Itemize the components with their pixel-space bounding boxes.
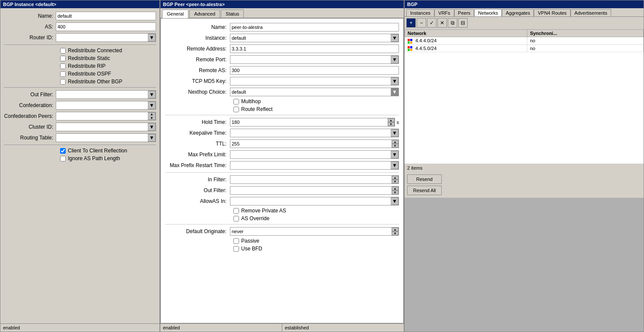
hold-time-up[interactable]: ▲ bbox=[388, 118, 395, 122]
remove-private-as-checkbox[interactable] bbox=[233, 208, 239, 214]
peer-name-input[interactable] bbox=[230, 23, 399, 32]
allowas-in-dropdown-arrow[interactable]: ▼ bbox=[391, 197, 399, 205]
redistribute-rip-checkbox[interactable] bbox=[60, 63, 66, 69]
tab-vpn4-routes[interactable]: VPN4 Routes bbox=[534, 9, 571, 16]
multihop-checkbox[interactable] bbox=[233, 99, 239, 104]
remote-port-dropdown-arrow[interactable]: ▼ bbox=[391, 56, 399, 63]
out-filter-dropdown-arrow[interactable]: ▼ bbox=[148, 91, 156, 98]
hold-time-input[interactable]: ▲ ▼ bbox=[230, 118, 395, 126]
in-filter-down[interactable]: ▼ bbox=[392, 180, 399, 183]
ttl-spinner[interactable]: ▲ ▼ bbox=[392, 140, 399, 148]
redistribute-connected-checkbox[interactable] bbox=[60, 48, 66, 54]
network-value: 4.4.5.0/24 bbox=[415, 46, 437, 51]
hold-time-spinner[interactable]: ▲ ▼ bbox=[388, 118, 395, 126]
tab-general[interactable]: General bbox=[162, 9, 188, 18]
default-originate-input[interactable]: ▲ ▼ bbox=[230, 227, 399, 236]
tab-advertisements[interactable]: Advertisements bbox=[571, 9, 611, 16]
resend-all-button[interactable]: Resend All bbox=[407, 186, 442, 195]
as-override-checkbox[interactable] bbox=[233, 216, 239, 221]
tab-status[interactable]: Status bbox=[221, 9, 244, 18]
out-filter-input[interactable]: ▼ bbox=[56, 90, 156, 99]
allowas-in-input[interactable]: ▼ bbox=[230, 197, 399, 206]
in-filter-spinner[interactable]: ▲ ▼ bbox=[392, 176, 399, 183]
out-filter-up[interactable]: ▲ bbox=[392, 187, 399, 190]
cluster-id-input[interactable]: ▼ bbox=[56, 123, 156, 131]
ttl-up[interactable]: ▲ bbox=[392, 140, 399, 144]
cluster-id-dropdown-arrow[interactable]: ▼ bbox=[148, 123, 156, 131]
ttl-input[interactable]: ▲ ▼ bbox=[230, 139, 399, 148]
ignore-as-path-checkbox[interactable] bbox=[60, 156, 66, 161]
tcp-md5-dropdown-arrow[interactable]: ▼ bbox=[391, 77, 399, 85]
confederation-dropdown-arrow[interactable]: ▼ bbox=[148, 101, 156, 109]
in-filter-up[interactable]: ▲ bbox=[392, 176, 399, 180]
tcp-md5-input[interactable]: ▼ bbox=[230, 77, 399, 85]
routing-table-input[interactable]: ▼ bbox=[56, 133, 156, 142]
table-row[interactable]: 4.4.4.0/24 no bbox=[405, 37, 644, 45]
max-prefix-limit-dropdown-arrow[interactable]: ▼ bbox=[391, 151, 399, 158]
redistribute-static-checkbox[interactable] bbox=[60, 56, 66, 61]
redistribute-other-bgp-checkbox[interactable] bbox=[60, 79, 66, 85]
sync-column-header[interactable]: Synchroni... bbox=[527, 30, 644, 37]
tab-aggregates[interactable]: Aggregates bbox=[502, 9, 534, 16]
default-originate-down[interactable]: ▼ bbox=[392, 231, 399, 235]
remove-button[interactable]: − bbox=[417, 18, 426, 28]
out-filter-spinner[interactable]: ▲ ▼ bbox=[392, 187, 399, 194]
remote-port-input[interactable]: ▼ bbox=[230, 55, 399, 64]
routing-table-dropdown-arrow[interactable]: ▼ bbox=[148, 134, 156, 142]
keepalive-time-row: Keepalive Time: ▼ bbox=[165, 129, 399, 137]
out-filter-input-mid[interactable]: ▲ ▼ bbox=[230, 186, 399, 195]
as-input[interactable] bbox=[56, 22, 156, 31]
passive-checkbox[interactable] bbox=[233, 238, 239, 244]
nexthop-choice-dropdown-arrow[interactable]: ▼ bbox=[391, 88, 399, 96]
copy-button[interactable]: ⧉ bbox=[448, 18, 457, 28]
tab-advanced[interactable]: Advanced bbox=[189, 9, 220, 18]
in-filter-input[interactable]: ▲ ▼ bbox=[230, 175, 399, 184]
ttl-down[interactable]: ▼ bbox=[392, 144, 399, 148]
sync-cell: no bbox=[527, 44, 644, 52]
routing-table-row: Routing Table: ▼ bbox=[4, 133, 156, 142]
tab-networks[interactable]: Networks bbox=[474, 9, 502, 16]
name-input[interactable] bbox=[56, 12, 156, 20]
hold-time-down[interactable]: ▼ bbox=[388, 122, 395, 126]
multihop-label: Multihop bbox=[241, 98, 261, 104]
check-button[interactable]: ✓ bbox=[427, 18, 437, 28]
keepalive-time-label: Keepalive Time: bbox=[165, 130, 230, 136]
tab-instances[interactable]: Instances bbox=[406, 9, 434, 16]
redistribute-ospf-label: Redistribute OSPF bbox=[68, 71, 111, 77]
tab-vrfs[interactable]: VRFs bbox=[434, 9, 454, 16]
confederation-peers-updown-arrow[interactable]: ▲▼ bbox=[148, 112, 156, 120]
max-prefix-restart-input[interactable]: ▼ bbox=[230, 161, 399, 170]
instance-input[interactable]: ▼ bbox=[230, 34, 399, 42]
network-cell: 4.4.5.0/24 bbox=[405, 44, 527, 52]
confederation-input[interactable]: ▼ bbox=[56, 101, 156, 110]
nexthop-choice-input[interactable]: ▼ bbox=[230, 88, 399, 96]
x-button[interactable]: ✕ bbox=[437, 18, 447, 28]
max-prefix-restart-dropdown-arrow[interactable]: ▼ bbox=[391, 161, 399, 169]
max-prefix-limit-input[interactable]: ▼ bbox=[230, 150, 399, 159]
use-bfd-checkbox[interactable] bbox=[233, 246, 239, 252]
default-originate-up[interactable]: ▲ bbox=[392, 228, 399, 231]
router-id-input[interactable]: ▼ bbox=[56, 33, 156, 42]
router-id-row: Router ID: ▼ bbox=[4, 33, 156, 42]
networks-table: Network Synchroni... 4.4.4.0/24 no bbox=[405, 29, 644, 52]
as-override-row: AS Override bbox=[165, 215, 399, 221]
add-button[interactable]: + bbox=[406, 18, 416, 28]
out-filter-down[interactable]: ▼ bbox=[392, 190, 399, 194]
redistribute-static-row: Redistribute Static bbox=[4, 55, 156, 61]
keepalive-time-dropdown-arrow[interactable]: ▼ bbox=[391, 129, 399, 137]
confederation-peers-input[interactable]: ▲▼ bbox=[56, 112, 156, 120]
table-row[interactable]: 4.4.5.0/24 no bbox=[405, 44, 644, 52]
filter-button[interactable]: ⊟ bbox=[458, 18, 468, 28]
tab-peers[interactable]: Peers bbox=[454, 9, 475, 16]
default-originate-spinner[interactable]: ▲ ▼ bbox=[392, 228, 399, 235]
resend-button[interactable]: Resend bbox=[407, 174, 442, 184]
remote-as-input[interactable] bbox=[230, 66, 399, 75]
instance-dropdown-arrow[interactable]: ▼ bbox=[391, 34, 399, 42]
redistribute-ospf-checkbox[interactable] bbox=[60, 71, 66, 77]
keepalive-time-input[interactable]: ▼ bbox=[230, 129, 399, 137]
client-to-client-checkbox[interactable] bbox=[60, 148, 66, 154]
remote-address-input[interactable] bbox=[230, 44, 399, 53]
route-reflect-checkbox[interactable] bbox=[233, 107, 239, 112]
network-column-header[interactable]: Network bbox=[405, 30, 527, 37]
router-id-dropdown-arrow[interactable]: ▼ bbox=[148, 34, 156, 41]
